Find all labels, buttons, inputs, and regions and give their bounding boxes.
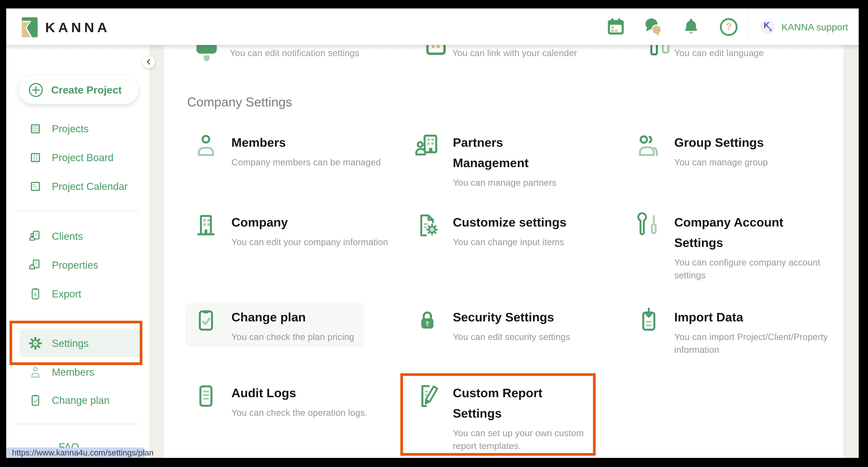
sidebar-item-project-calendar[interactable]: Project Calendar: [6, 174, 150, 199]
sidebar-item-label: Export: [52, 288, 81, 300]
card-desc: You can import Project/Client/Property i…: [674, 330, 843, 356]
settings-card-company-account[interactable]: Company Account Settings You can configu…: [636, 212, 843, 282]
board-columns-icon: [28, 150, 42, 165]
sidebar-item-label: Properties: [52, 259, 98, 271]
calendar-rows-icon: [28, 179, 42, 194]
card-desc: You can check the operation logs.: [231, 406, 367, 419]
header-actions: ? K s KANNA support: [597, 9, 859, 45]
status-url: https://www.kanna4u.com/settings/plan: [12, 448, 154, 458]
sidebar-divider: [18, 210, 138, 211]
plus-circle-icon: [28, 82, 44, 98]
settings-card-security[interactable]: Security Settings You can edit security …: [414, 307, 570, 343]
language-partial-icon: [650, 45, 658, 55]
settings-card-audit-logs[interactable]: Audit Logs You can check the operation l…: [193, 383, 367, 419]
card-title: Company: [231, 212, 388, 233]
sidebar-item-settings[interactable]: Settings: [6, 331, 150, 355]
card-title: Change plan: [231, 307, 354, 327]
building-icon: [193, 212, 219, 239]
app-window: KANNA: [6, 8, 859, 458]
settings-card-members[interactable]: Members Company members can be managed: [193, 132, 381, 169]
settings-card-partners[interactable]: Partners Management You can manage partn…: [414, 132, 577, 189]
sidebar-item-label: Change plan: [52, 394, 110, 406]
sidebar-item-change-plan[interactable]: Change plan: [6, 388, 150, 412]
person-icon: [193, 132, 219, 159]
card-desc: You can link with your calender: [452, 48, 577, 58]
bell-icon[interactable]: [672, 18, 710, 36]
clipboard-import-icon: [636, 307, 662, 333]
sidebar-item-label: Clients: [52, 230, 83, 242]
logo-wordmark: KANNA: [45, 20, 110, 35]
create-project-label: Create Project: [51, 84, 122, 96]
sidebar-item-label: Settings: [52, 337, 89, 349]
sidebar-item-label: Project Calendar: [52, 180, 128, 193]
kanna-logo-icon: [20, 17, 38, 37]
sidebar-item-members[interactable]: Members: [6, 360, 150, 384]
card-desc: You can edit security settings: [453, 330, 570, 343]
sidebar: Create Project Projects P: [6, 45, 150, 458]
card-desc: You can edit your company information: [231, 236, 388, 249]
card-desc: You can set up your own custom report te…: [453, 427, 597, 453]
bell-partial-icon: [196, 45, 217, 54]
sidebar-collapse-button[interactable]: [142, 55, 155, 68]
sidebar-item-label: Project Board: [52, 152, 114, 164]
card-desc: You can edit notification settings: [230, 48, 359, 58]
section-title: Company Settings: [187, 94, 292, 109]
sidebar-divider: [18, 424, 138, 424]
settings-card-company[interactable]: Company You can edit your company inform…: [193, 212, 388, 249]
settings-card-customize[interactable]: Customize settings You can change input …: [414, 212, 566, 249]
main-content: You can edit notification settings You c…: [164, 45, 843, 458]
card-title: Custom Report Settings: [453, 383, 577, 424]
card-title: Group Settings: [674, 132, 768, 153]
card-desc: You can edit language: [674, 48, 764, 58]
card-title: Audit Logs: [231, 383, 367, 403]
bell-partial-icon-clapper: [204, 55, 210, 61]
sidebar-item-label: Projects: [52, 123, 89, 135]
chat-icon[interactable]: [634, 18, 672, 36]
kanna-logo[interactable]: KANNA: [20, 17, 110, 37]
language-partial-icon: [662, 45, 670, 54]
card-title: Customize settings: [453, 212, 566, 233]
settings-card-custom-report[interactable]: Custom Report Settings You can set up yo…: [414, 383, 597, 453]
sidebar-item-label: Members: [52, 366, 94, 378]
sidebar-item-projects[interactable]: Projects: [6, 117, 150, 141]
card-desc: You can configure company account settin…: [674, 256, 843, 282]
card-desc: You can check the plan pricing: [231, 330, 354, 343]
card-desc: You can manage partners: [453, 176, 577, 189]
clipboard-check-icon: [28, 393, 42, 407]
card-title: Company Account Settings: [674, 212, 798, 253]
clipboard-check-icon: [193, 307, 219, 333]
settings-card-import[interactable]: Import Data You can import Project/Clien…: [636, 307, 843, 356]
document-pencil-icon: [414, 383, 441, 409]
card-desc: You can change input items: [453, 236, 566, 249]
settings-card-change-plan[interactable]: Change plan You can check the plan prici…: [186, 303, 364, 347]
create-project-button[interactable]: Create Project: [19, 76, 138, 104]
user-name: KANNA support: [781, 22, 848, 33]
calendar-icon[interactable]: [597, 18, 634, 36]
padlock-icon: [414, 307, 441, 333]
people-group-icon: [636, 132, 662, 159]
card-title: Partners Management: [453, 132, 577, 173]
top-header: KANNA: [6, 9, 859, 45]
sidebar-item-clients[interactable]: Clients: [6, 224, 150, 249]
card-desc: You can manage group: [674, 156, 768, 169]
export-clipboard-icon: [28, 287, 42, 301]
sidebar-item-export[interactable]: Export: [6, 282, 150, 306]
card-desc: Company members can be managed: [231, 156, 381, 169]
document-gear-icon: [414, 212, 441, 239]
clipboard-list-icon: [193, 383, 219, 409]
gear-icon: [28, 336, 42, 350]
user-menu[interactable]: K s KANNA support: [748, 9, 859, 45]
projects-list-icon: [28, 122, 42, 136]
avatar: K s: [760, 20, 775, 34]
sidebar-item-project-board[interactable]: Project Board: [6, 145, 150, 170]
card-title: Import Data: [674, 307, 798, 327]
card-title: Security Settings: [453, 307, 570, 327]
help-icon[interactable]: ?: [710, 18, 748, 36]
card-title: Members: [231, 132, 381, 153]
settings-card-group[interactable]: Group Settings You can manage group: [636, 132, 768, 169]
property-house-doc-icon: [28, 258, 42, 272]
person-building-icon: [414, 132, 441, 159]
wrench-screwdriver-icon: [636, 212, 662, 239]
status-url-tooltip: https://www.kanna4u.com/settings/plan: [6, 447, 145, 458]
sidebar-item-properties[interactable]: Properties: [6, 253, 150, 277]
